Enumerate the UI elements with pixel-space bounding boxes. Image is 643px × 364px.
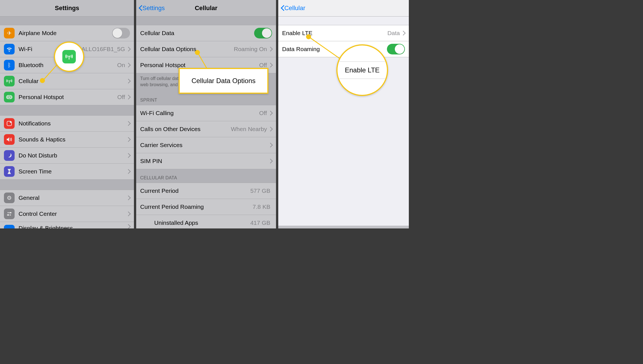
airplane-toggle[interactable] (112, 28, 130, 38)
cellular-data-options-pane: Cellular Enable LTE Data Data Roaming (278, 0, 409, 228)
callout-label: Cellular Data Options (191, 77, 256, 85)
cellular-data-toggle[interactable] (254, 28, 272, 38)
header: Settings (0, 0, 134, 17)
chevron-right-icon (126, 47, 131, 52)
dnd-icon (4, 150, 15, 161)
chevron-right-icon (126, 212, 131, 216)
back-label: Cellular (284, 4, 305, 12)
data-roaming-toggle[interactable] (387, 44, 405, 54)
label: Uninstalled Apps (154, 219, 250, 226)
label: General (19, 194, 127, 201)
row-control-center[interactable]: Control Center (0, 206, 134, 222)
header: Settings Cellular (136, 0, 276, 17)
svg-point-6 (10, 121, 12, 123)
value: 417 GB (250, 219, 270, 226)
label: Do Not Disturb (19, 152, 127, 159)
row-wifi-calling[interactable]: Wi-Fi Calling Off (136, 105, 276, 121)
chevron-right-icon (126, 137, 131, 142)
row-current-period-roaming: Current Period Roaming 7.8 KB (136, 199, 276, 215)
label: Current Period Roaming (140, 203, 252, 210)
value: Roaming On (234, 46, 267, 52)
screentime-icon (4, 166, 15, 177)
general-icon: ⚙ (4, 193, 15, 203)
value: Off (259, 62, 267, 68)
notifications-icon (4, 118, 15, 129)
row-airplane-mode[interactable]: ✈ Airplane Mode (0, 25, 134, 41)
row-general[interactable]: ⚙ General (0, 190, 134, 206)
row-cellular-data-options[interactable]: Cellular Data Options Roaming On (136, 41, 276, 57)
row-uninstalled-apps[interactable]: Uninstalled Apps 417 GB (136, 215, 276, 228)
label: Cellular Data (140, 30, 254, 36)
chevron-right-icon (126, 196, 131, 200)
svg-point-4 (10, 96, 11, 98)
cellular-group-1: Cellular Data Cellular Data Options Roam… (136, 25, 276, 73)
svg-rect-9 (7, 214, 9, 216)
settings-group-2: Notifications Sounds & Haptics Do Not Di… (0, 115, 134, 180)
section-header-data: CELLULAR DATA (136, 169, 276, 183)
row-cellular[interactable]: Cellular (0, 73, 134, 89)
chevron-right-icon (268, 143, 273, 148)
row-dnd[interactable]: Do Not Disturb (0, 148, 134, 164)
svg-point-3 (7, 96, 9, 98)
label: SIM PIN (140, 158, 268, 164)
bluetooth-icon: ᛒ (4, 60, 15, 70)
label: Sounds & Haptics (19, 136, 127, 143)
row-calls-other[interactable]: Calls on Other Devices When Nearby (136, 121, 276, 137)
data-group: Current Period 577 GB Current Period Roa… (136, 183, 276, 228)
svg-rect-8 (9, 212, 12, 213)
page-title: Settings (55, 4, 79, 12)
chevron-right-icon (268, 111, 273, 116)
sounds-icon (4, 134, 15, 145)
sprint-group: Wi-Fi Calling Off Calls on Other Devices… (136, 105, 276, 169)
label: Control Center (19, 210, 127, 217)
label: Cellular (19, 78, 127, 84)
chevron-right-icon (126, 224, 131, 228)
svg-point-7 (8, 212, 9, 213)
row-screentime[interactable]: Screen Time (0, 164, 134, 180)
value: 577 GB (250, 187, 270, 194)
settings-pane: Settings ✈ Airplane Mode Wi-Fi ALLO16FB1… (0, 0, 134, 228)
back-button[interactable]: Cellular (278, 4, 305, 12)
row-current-period: Current Period 577 GB (136, 183, 276, 199)
row-cellular-data[interactable]: Cellular Data (136, 25, 276, 41)
value: On (117, 62, 125, 68)
chevron-right-icon (268, 159, 273, 164)
label: Current Period (140, 187, 250, 194)
header: Cellular (278, 0, 409, 17)
row-sounds[interactable]: Sounds & Haptics (0, 132, 134, 148)
settings-group-3: ⚙ General Control Center AA Display & Br… (0, 190, 134, 228)
row-carrier-services[interactable]: Carrier Services (136, 137, 276, 153)
chevron-right-icon (126, 95, 131, 100)
row-hotspot[interactable]: Personal Hotspot Off (0, 89, 134, 105)
chevron-right-icon (268, 63, 273, 68)
row-sim-pin[interactable]: SIM PIN (136, 153, 276, 169)
label: Screen Time (19, 168, 127, 175)
airplane-icon: ✈ (4, 28, 15, 38)
back-button[interactable]: Settings (136, 4, 165, 12)
chevron-left-icon (138, 5, 142, 12)
label: Personal Hotspot (19, 94, 117, 100)
label: Airplane Mode (19, 30, 112, 36)
label: Notifications (19, 120, 127, 127)
chevron-right-icon (126, 63, 131, 68)
chevron-right-icon (268, 127, 273, 132)
row-enable-lte[interactable]: Enable LTE Data (278, 25, 409, 41)
chevron-right-icon (126, 153, 131, 158)
chevron-right-icon (126, 79, 131, 84)
callout-cellular-data-options: Cellular Data Options (179, 68, 268, 94)
control-center-icon (4, 209, 15, 219)
display-icon: AA (4, 225, 15, 228)
row-display[interactable]: AA Display & Brightness (0, 222, 134, 228)
chevron-right-icon (401, 31, 406, 36)
wifi-icon (4, 44, 15, 54)
label: Calls on Other Devices (140, 126, 231, 132)
cellular-pane: Settings Cellular Cellular Data Cellular… (136, 0, 276, 228)
label: Personal Hotspot (140, 62, 259, 68)
row-notifications[interactable]: Notifications (0, 115, 134, 132)
page-title: Cellular (195, 4, 218, 12)
label: Carrier Services (140, 142, 268, 148)
chevron-right-icon (126, 169, 131, 174)
value: ALLO16FB1_5G (81, 46, 125, 52)
label: Cellular Data Options (140, 46, 234, 52)
label: Wi-Fi Calling (140, 110, 259, 116)
